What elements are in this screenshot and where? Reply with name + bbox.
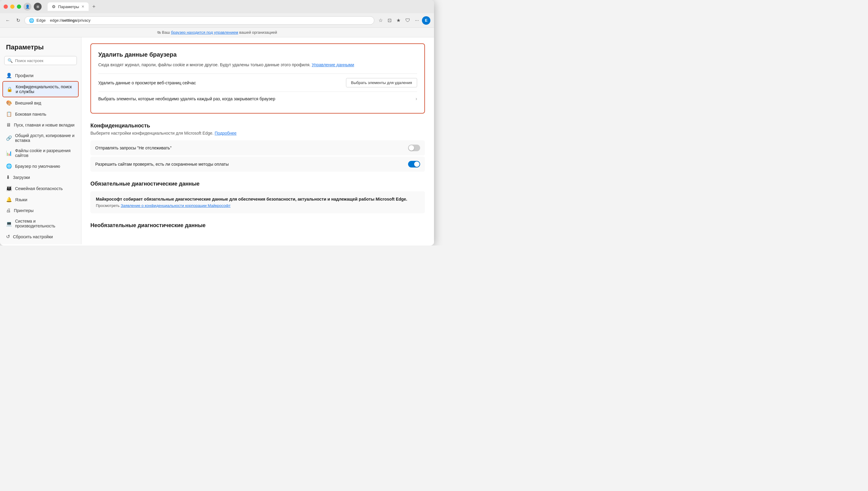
diag-title: Обязательные диагностические данные bbox=[90, 181, 425, 187]
close-button[interactable] bbox=[4, 4, 8, 9]
dnt-toggle-row: Отправлять запросы "Не отслеживать" bbox=[90, 140, 425, 155]
privacy-title: Конфиденциальность bbox=[90, 123, 425, 129]
banner-text-after: вашей организацией bbox=[239, 30, 277, 35]
sidebar-title: Параметры bbox=[0, 44, 81, 56]
star-button[interactable]: ☆ bbox=[377, 16, 385, 25]
edge-icon: 🌐 bbox=[29, 18, 34, 23]
languages-icon: 🔔 bbox=[6, 197, 12, 202]
sidebar-label-cookies: Файлы cookie и разрешения сайтов bbox=[15, 148, 75, 158]
sidebar-item-phone[interactable]: 📱 Телефон и другие устройства bbox=[0, 242, 81, 244]
delete-on-close-row[interactable]: Выбрать элементы, которые необходимо уда… bbox=[98, 92, 417, 106]
family-icon: 👨‍👩‍👧 bbox=[6, 185, 12, 191]
system-icon: 💻 bbox=[6, 221, 12, 227]
profile-avatar[interactable]: 👤 bbox=[24, 3, 31, 10]
url-prefix: edge:// bbox=[50, 18, 62, 23]
startup-icon: 🖥 bbox=[6, 122, 11, 128]
payment-toggle[interactable] bbox=[408, 161, 420, 168]
delete-now-row: Удалить данные о просмотре веб-страниц с… bbox=[98, 74, 417, 92]
sidebar-item-privacy[interactable]: 🔒 Конфиденциальность, поиск и службы bbox=[2, 81, 79, 97]
appearance-icon: 🎨 bbox=[6, 100, 12, 106]
sidebar-item-default-browser[interactable]: 🌐 Браузер по умолчанию bbox=[0, 161, 81, 172]
diag-card: Майкрософт собирает обязательные диагнос… bbox=[90, 191, 425, 213]
shield-button[interactable]: 🛡 bbox=[403, 16, 412, 25]
privacy-desc-text: Выберите настройки конфиденциальности дл… bbox=[90, 131, 215, 136]
tab-grid-button[interactable]: ⊞ bbox=[34, 3, 41, 10]
sidebar-item-reset[interactable]: ↺ Сбросить настройки bbox=[0, 231, 81, 242]
printers-icon: 🖨 bbox=[6, 208, 11, 213]
reload-button[interactable]: ↻ bbox=[15, 16, 22, 24]
main-content: Удалить данные браузера Сюда входят журн… bbox=[81, 37, 434, 244]
bottom-section: Необязательные диагностические данные bbox=[90, 222, 425, 229]
sidebar-search-input[interactable] bbox=[15, 58, 74, 63]
active-tab[interactable]: ⚙ Параметры ✕ bbox=[48, 2, 89, 11]
content-area: Параметры 🔍 👤 Профили 🔒 Конфиденциальнос… bbox=[0, 37, 434, 244]
delete-now-label: Удалить данные о просмотре веб-страниц с… bbox=[98, 80, 196, 85]
back-button[interactable]: ← bbox=[4, 17, 12, 24]
diag-card-title: Майкрософт собирает обязательные диагнос… bbox=[96, 197, 420, 202]
titlebar: 👤 ⊞ ⚙ Параметры ✕ + bbox=[0, 0, 434, 13]
search-icon: 🔍 bbox=[7, 58, 13, 63]
sidebar-item-sharing[interactable]: 🔗 Общий доступ, копирование и вставка bbox=[0, 131, 81, 145]
payment-toggle-row: Разрешить сайтам проверять, есть ли сохр… bbox=[90, 156, 425, 172]
tab-settings-icon: ⚙ bbox=[52, 4, 56, 9]
delete-desc-text: Сюда входят журнал, пароли, файлы cookie… bbox=[98, 62, 312, 67]
sidebar-item-downloads[interactable]: ⬇ Загрузки bbox=[0, 172, 81, 183]
sidebar-label-sidebar: Боковая панель bbox=[15, 112, 46, 117]
delete-section-title: Удалить данные браузера bbox=[98, 51, 417, 58]
toolbar-actions: ☆ ⊡ ★ 🛡 ··· E bbox=[377, 16, 430, 25]
sidebar-label-appearance: Внешний вид bbox=[15, 100, 41, 106]
diag-card-desc: Просмотреть Заявление о конфиденциальнос… bbox=[96, 203, 420, 208]
dnt-label: Отправлять запросы "Не отслеживать" bbox=[95, 145, 171, 150]
bag-icon: 🛍 bbox=[157, 30, 161, 35]
address-text: Edge edge://settings/privacy bbox=[36, 18, 370, 23]
sidebar-item-printers[interactable]: 🖨 Принтеры bbox=[0, 205, 81, 216]
dnt-toggle-knob bbox=[409, 145, 414, 151]
tab-label: Параметры bbox=[58, 4, 79, 9]
sidebar-label-family: Семейная безопасность bbox=[15, 186, 63, 191]
minimize-button[interactable] bbox=[10, 4, 15, 9]
sidebar-label-printers: Принтеры bbox=[14, 208, 33, 213]
sidebar-item-languages[interactable]: 🔔 Языки bbox=[0, 194, 81, 205]
profiles-icon: 👤 bbox=[6, 73, 12, 78]
choose-elements-button[interactable]: Выбрать элементы для удаления bbox=[346, 78, 417, 87]
delete-section-desc: Сюда входят журнал, пароли, файлы cookie… bbox=[98, 62, 417, 68]
sidebar-label-sharing: Общий доступ, копирование и вставка bbox=[15, 133, 75, 143]
delete-data-section: Удалить данные браузера Сюда входят журн… bbox=[90, 44, 425, 114]
privacy-statement-link[interactable]: Заявление о конфиденциальности корпораци… bbox=[121, 203, 230, 208]
favorites-button[interactable]: ★ bbox=[394, 16, 402, 25]
sidebar-label-languages: Языки bbox=[15, 197, 27, 202]
delete-on-close-label: Выбрать элементы, которые необходимо уда… bbox=[98, 96, 275, 101]
chevron-right-icon: › bbox=[416, 96, 417, 102]
sidebar-item-appearance[interactable]: 🎨 Внешний вид bbox=[0, 97, 81, 109]
cookies-icon: 📊 bbox=[6, 150, 12, 156]
tab-close-button[interactable]: ✕ bbox=[81, 4, 84, 9]
sidebar-label-privacy: Конфиденциальность, поиск и службы bbox=[16, 84, 75, 94]
sidebar-item-cookies[interactable]: 📊 Файлы cookie и разрешения сайтов bbox=[0, 145, 81, 161]
dnt-toggle[interactable] bbox=[408, 145, 420, 151]
new-tab-button[interactable]: + bbox=[90, 2, 98, 11]
manage-data-link[interactable]: Управление данными bbox=[312, 62, 354, 67]
privacy-section: Конфиденциальность Выберите настройки ко… bbox=[90, 123, 425, 172]
payment-label: Разрешить сайтам проверять, есть ли сохр… bbox=[95, 162, 229, 167]
sidebar-search-box[interactable]: 🔍 bbox=[4, 56, 77, 65]
split-view-button[interactable]: ⊡ bbox=[386, 16, 393, 25]
edge-avatar[interactable]: E bbox=[422, 16, 430, 25]
address-bar[interactable]: 🌐 Edge edge://settings/privacy bbox=[24, 16, 374, 25]
sidebar-label-default-browser: Браузер по умолчанию bbox=[15, 164, 60, 169]
privacy-icon: 🔒 bbox=[7, 86, 13, 92]
sidebar-item-sidebar[interactable]: 📋 Боковая панель bbox=[0, 109, 81, 120]
privacy-desc: Выберите настройки конфиденциальности дл… bbox=[90, 131, 425, 136]
sidebar-item-family[interactable]: 👨‍👩‍👧 Семейная безопасность bbox=[0, 183, 81, 194]
maximize-button[interactable] bbox=[17, 4, 21, 9]
diag-section: Обязательные диагностические данные Майк… bbox=[90, 181, 425, 213]
privacy-more-link[interactable]: Подробнее bbox=[215, 131, 236, 136]
sidebar-item-startup[interactable]: 🖥 Пуск, главная и новые вкладки bbox=[0, 120, 81, 131]
url-suffix: /privacy bbox=[77, 18, 90, 23]
sharing-icon: 🔗 bbox=[6, 135, 12, 141]
more-button[interactable]: ··· bbox=[413, 16, 421, 25]
sidebar-item-system[interactable]: 💻 Система и производительность bbox=[0, 216, 81, 231]
diag-desc-text: Просмотреть bbox=[96, 203, 121, 208]
sidebar-item-profiles[interactable]: 👤 Профили bbox=[0, 70, 81, 81]
sidebar-label-startup: Пуск, главная и новые вкладки bbox=[14, 123, 75, 127]
managed-link[interactable]: браузер находится под управлением bbox=[171, 30, 238, 35]
